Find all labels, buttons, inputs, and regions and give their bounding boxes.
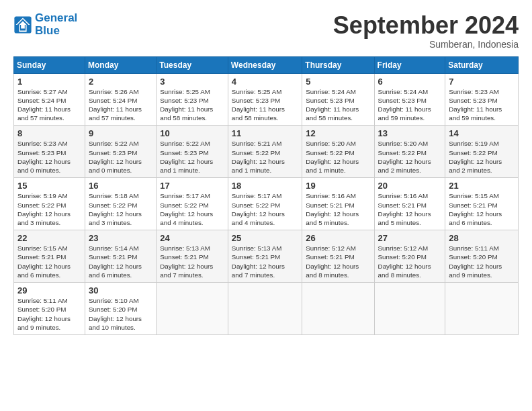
table-row: 19Sunrise: 5:16 AM Sunset: 5:21 PM Dayli… bbox=[302, 178, 374, 230]
logo: General Blue bbox=[13, 12, 77, 37]
day-number: 23 bbox=[89, 233, 152, 243]
day-number: 19 bbox=[306, 181, 370, 191]
day-info: Sunrise: 5:17 AM Sunset: 5:22 PM Dayligh… bbox=[160, 191, 224, 227]
day-info: Sunrise: 5:19 AM Sunset: 5:22 PM Dayligh… bbox=[449, 139, 515, 175]
day-info: Sunrise: 5:19 AM Sunset: 5:22 PM Dayligh… bbox=[17, 191, 81, 227]
day-info: Sunrise: 5:16 AM Sunset: 5:21 PM Dayligh… bbox=[306, 191, 370, 227]
calendar-header-row: Sunday Monday Tuesday Wednesday Thursday… bbox=[14, 56, 519, 73]
day-info: Sunrise: 5:25 AM Sunset: 5:23 PM Dayligh… bbox=[232, 87, 298, 123]
day-info: Sunrise: 5:12 AM Sunset: 5:21 PM Dayligh… bbox=[306, 244, 370, 279]
day-info: Sunrise: 5:12 AM Sunset: 5:20 PM Dayligh… bbox=[378, 244, 442, 279]
table-row: 16Sunrise: 5:18 AM Sunset: 5:22 PM Dayli… bbox=[85, 178, 157, 230]
table-row: 5Sunrise: 5:24 AM Sunset: 5:23 PM Daylig… bbox=[302, 73, 374, 126]
table-row: 13Sunrise: 5:20 AM Sunset: 5:22 PM Dayli… bbox=[374, 126, 445, 178]
day-number: 17 bbox=[160, 181, 224, 191]
calendar-week-row: 22Sunrise: 5:15 AM Sunset: 5:21 PM Dayli… bbox=[14, 230, 519, 283]
day-number: 30 bbox=[89, 285, 152, 295]
table-row: 18Sunrise: 5:17 AM Sunset: 5:22 PM Dayli… bbox=[228, 178, 302, 230]
calendar-table: Sunday Monday Tuesday Wednesday Thursday… bbox=[13, 56, 519, 335]
day-number: 10 bbox=[160, 128, 224, 138]
day-number: 14 bbox=[449, 128, 515, 138]
day-info: Sunrise: 5:25 AM Sunset: 5:23 PM Dayligh… bbox=[160, 87, 224, 123]
day-number: 24 bbox=[160, 233, 224, 243]
logo-icon bbox=[13, 15, 32, 34]
day-number: 3 bbox=[160, 77, 224, 87]
table-row: 14Sunrise: 5:19 AM Sunset: 5:22 PM Dayli… bbox=[445, 126, 519, 178]
day-number: 13 bbox=[378, 128, 442, 138]
day-number: 11 bbox=[232, 128, 298, 138]
header-wednesday: Wednesday bbox=[228, 56, 302, 73]
header-monday: Monday bbox=[85, 56, 157, 73]
table-row: 30Sunrise: 5:10 AM Sunset: 5:20 PM Dayli… bbox=[85, 283, 157, 335]
day-number: 2 bbox=[89, 77, 152, 87]
page: General Blue September 2024 Sumberan, In… bbox=[0, 0, 532, 411]
logo-text: General Blue bbox=[35, 12, 77, 37]
day-number: 22 bbox=[17, 233, 81, 243]
table-row bbox=[445, 283, 519, 335]
table-row: 25Sunrise: 5:13 AM Sunset: 5:21 PM Dayli… bbox=[228, 230, 302, 283]
day-info: Sunrise: 5:22 AM Sunset: 5:23 PM Dayligh… bbox=[160, 139, 224, 175]
day-number: 9 bbox=[89, 128, 152, 138]
day-number: 21 bbox=[449, 181, 515, 191]
table-row: 2Sunrise: 5:26 AM Sunset: 5:24 PM Daylig… bbox=[85, 73, 157, 126]
day-number: 27 bbox=[378, 233, 442, 243]
header-thursday: Thursday bbox=[302, 56, 374, 73]
day-number: 5 bbox=[306, 77, 370, 87]
month-title: September 2024 bbox=[333, 12, 519, 39]
day-number: 4 bbox=[232, 77, 298, 87]
table-row bbox=[157, 283, 228, 335]
day-info: Sunrise: 5:24 AM Sunset: 5:23 PM Dayligh… bbox=[306, 87, 370, 123]
header-tuesday: Tuesday bbox=[157, 56, 228, 73]
table-row: 29Sunrise: 5:11 AM Sunset: 5:20 PM Dayli… bbox=[14, 283, 85, 335]
header-sunday: Sunday bbox=[14, 56, 85, 73]
day-info: Sunrise: 5:18 AM Sunset: 5:22 PM Dayligh… bbox=[89, 191, 152, 227]
day-number: 25 bbox=[232, 233, 298, 243]
table-row: 20Sunrise: 5:16 AM Sunset: 5:21 PM Dayli… bbox=[374, 178, 445, 230]
table-row: 24Sunrise: 5:13 AM Sunset: 5:21 PM Dayli… bbox=[157, 230, 228, 283]
day-number: 28 bbox=[449, 233, 515, 243]
location-subtitle: Sumberan, Indonesia bbox=[333, 39, 519, 50]
day-info: Sunrise: 5:10 AM Sunset: 5:20 PM Dayligh… bbox=[89, 296, 152, 332]
table-row: 10Sunrise: 5:22 AM Sunset: 5:23 PM Dayli… bbox=[157, 126, 228, 178]
day-info: Sunrise: 5:11 AM Sunset: 5:20 PM Dayligh… bbox=[17, 296, 81, 332]
day-info: Sunrise: 5:17 AM Sunset: 5:22 PM Dayligh… bbox=[232, 191, 298, 227]
calendar-week-row: 15Sunrise: 5:19 AM Sunset: 5:22 PM Dayli… bbox=[14, 178, 519, 230]
table-row bbox=[302, 283, 374, 335]
table-row: 28Sunrise: 5:11 AM Sunset: 5:20 PM Dayli… bbox=[445, 230, 519, 283]
table-row: 27Sunrise: 5:12 AM Sunset: 5:20 PM Dayli… bbox=[374, 230, 445, 283]
day-info: Sunrise: 5:27 AM Sunset: 5:24 PM Dayligh… bbox=[17, 87, 81, 123]
table-row: 3Sunrise: 5:25 AM Sunset: 5:23 PM Daylig… bbox=[157, 73, 228, 126]
table-row bbox=[374, 283, 445, 335]
table-row: 1Sunrise: 5:27 AM Sunset: 5:24 PM Daylig… bbox=[14, 73, 85, 126]
table-row: 9Sunrise: 5:22 AM Sunset: 5:23 PM Daylig… bbox=[85, 126, 157, 178]
table-row bbox=[228, 283, 302, 335]
day-number: 7 bbox=[449, 77, 515, 87]
table-row: 7Sunrise: 5:23 AM Sunset: 5:23 PM Daylig… bbox=[445, 73, 519, 126]
calendar-week-row: 8Sunrise: 5:23 AM Sunset: 5:23 PM Daylig… bbox=[14, 126, 519, 178]
day-number: 1 bbox=[17, 77, 81, 87]
day-info: Sunrise: 5:24 AM Sunset: 5:23 PM Dayligh… bbox=[378, 87, 442, 123]
day-info: Sunrise: 5:15 AM Sunset: 5:21 PM Dayligh… bbox=[449, 191, 515, 227]
table-row: 22Sunrise: 5:15 AM Sunset: 5:21 PM Dayli… bbox=[14, 230, 85, 283]
day-number: 26 bbox=[306, 233, 370, 243]
header-friday: Friday bbox=[374, 56, 445, 73]
day-info: Sunrise: 5:11 AM Sunset: 5:20 PM Dayligh… bbox=[449, 244, 515, 279]
title-block: September 2024 Sumberan, Indonesia bbox=[333, 12, 519, 50]
header: General Blue September 2024 Sumberan, In… bbox=[13, 12, 519, 50]
day-info: Sunrise: 5:16 AM Sunset: 5:21 PM Dayligh… bbox=[378, 191, 442, 227]
day-number: 20 bbox=[378, 181, 442, 191]
day-number: 18 bbox=[232, 181, 298, 191]
table-row: 23Sunrise: 5:14 AM Sunset: 5:21 PM Dayli… bbox=[85, 230, 157, 283]
day-info: Sunrise: 5:20 AM Sunset: 5:22 PM Dayligh… bbox=[306, 139, 370, 175]
table-row: 12Sunrise: 5:20 AM Sunset: 5:22 PM Dayli… bbox=[302, 126, 374, 178]
day-number: 16 bbox=[89, 181, 152, 191]
calendar-week-row: 1Sunrise: 5:27 AM Sunset: 5:24 PM Daylig… bbox=[14, 73, 519, 126]
day-info: Sunrise: 5:23 AM Sunset: 5:23 PM Dayligh… bbox=[449, 87, 515, 123]
day-number: 15 bbox=[17, 181, 81, 191]
day-number: 12 bbox=[306, 128, 370, 138]
day-info: Sunrise: 5:23 AM Sunset: 5:23 PM Dayligh… bbox=[17, 139, 81, 175]
table-row: 21Sunrise: 5:15 AM Sunset: 5:21 PM Dayli… bbox=[445, 178, 519, 230]
day-number: 29 bbox=[17, 285, 81, 295]
day-info: Sunrise: 5:15 AM Sunset: 5:21 PM Dayligh… bbox=[17, 244, 81, 279]
header-saturday: Saturday bbox=[445, 56, 519, 73]
